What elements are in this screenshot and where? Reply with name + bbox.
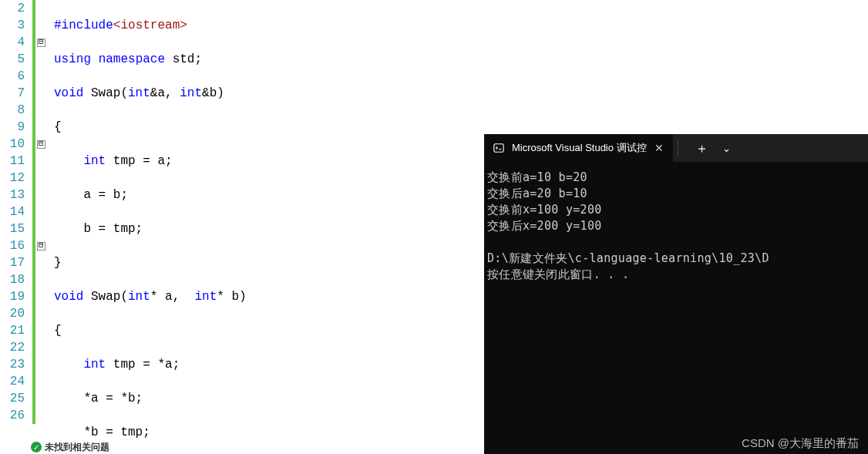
line-number[interactable]: 25: [0, 390, 25, 407]
fold-toggle-icon[interactable]: ⊟: [37, 39, 45, 47]
line-number[interactable]: 10: [0, 136, 25, 153]
line-number[interactable]: 8: [0, 102, 25, 119]
watermark: CSDN @大海里的番茄: [742, 436, 859, 451]
fold-toggle-icon[interactable]: ⊟: [37, 242, 45, 251]
status-bar[interactable]: ✓ 未找到相关问题: [31, 440, 109, 454]
terminal-output[interactable]: 交换前a=10 b=20 交换后a=20 b=10 交换前x=100 y=200…: [484, 162, 868, 291]
line-number-gutter: 2 3 4 5 6 7 8 9 10 11 12 13 14 15 16 17 …: [0, 0, 32, 443]
line-number[interactable]: 9: [0, 119, 25, 136]
check-icon: ✓: [31, 442, 42, 452]
terminal-titlebar[interactable]: Microsoft Visual Studio 调试控 ✕ ＋ ⌄: [484, 134, 868, 162]
status-text: 未找到相关问题: [45, 441, 109, 454]
line-number[interactable]: 18: [0, 271, 25, 288]
line-number[interactable]: 2: [0, 0, 25, 17]
line-number[interactable]: 23: [0, 356, 25, 373]
line-number[interactable]: 24: [0, 373, 25, 390]
line-number[interactable]: 7: [0, 85, 25, 102]
new-tab-button[interactable]: ＋: [695, 140, 708, 157]
line-number[interactable]: 22: [0, 339, 25, 356]
fold-margin: ⊟ ⊟ ⊟: [35, 0, 49, 443]
line-number[interactable]: 13: [0, 187, 25, 203]
line-number[interactable]: 5: [0, 51, 25, 68]
line-number[interactable]: 17: [0, 254, 25, 271]
line-number[interactable]: 19: [0, 288, 25, 305]
terminal-icon: [493, 143, 504, 153]
line-number[interactable]: 26: [0, 407, 25, 424]
close-tab-icon[interactable]: ✕: [654, 142, 664, 154]
line-number[interactable]: 15: [0, 220, 25, 237]
svg-rect-0: [494, 144, 503, 153]
terminal-title: Microsoft Visual Studio 调试控: [512, 141, 647, 155]
line-number[interactable]: 3: [0, 17, 25, 34]
line-number[interactable]: 4: [0, 34, 25, 51]
line-number[interactable]: 21: [0, 322, 25, 339]
line-number[interactable]: 6: [0, 68, 25, 85]
line-number[interactable]: 16: [0, 237, 25, 254]
line-number[interactable]: 14: [0, 203, 25, 220]
line-number[interactable]: 12: [0, 170, 25, 187]
fold-toggle-icon[interactable]: ⊟: [37, 140, 45, 149]
tab-dropdown-icon[interactable]: ⌄: [722, 143, 731, 154]
terminal-tab[interactable]: Microsoft Visual Studio 调试控 ✕: [484, 134, 673, 162]
terminal-window: Microsoft Visual Studio 调试控 ✕ ＋ ⌄ 交换前a=1…: [484, 134, 868, 454]
line-number[interactable]: 11: [0, 153, 25, 170]
line-number[interactable]: 20: [0, 305, 25, 322]
